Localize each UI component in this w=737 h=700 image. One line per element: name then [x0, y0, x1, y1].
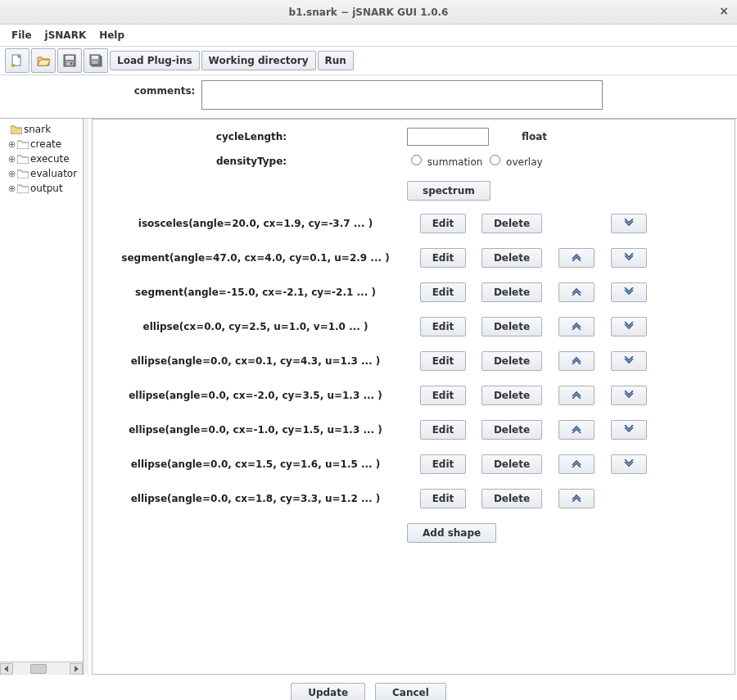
move-up-button[interactable] [558, 248, 595, 268]
move-up-button[interactable] [558, 420, 595, 440]
shape-row: ellipse(angle=0.0, cx=0.1, cy=4.3, u=1.3… [96, 351, 731, 371]
delete-button[interactable]: Delete [482, 282, 542, 302]
delete-button[interactable]: Delete [482, 248, 542, 268]
comments-row: comments: [0, 75, 737, 118]
open-file-icon[interactable] [31, 48, 56, 73]
move-down-button[interactable] [611, 351, 647, 371]
expand-icon[interactable] [8, 156, 16, 163]
shape-label: segment(angle=-15.0, cx=-2.1, cy=-2.1 ..… [104, 287, 407, 298]
delete-button[interactable]: Delete [482, 386, 542, 405]
edit-button[interactable]: Edit [420, 351, 467, 371]
shape-label: ellipse(cx=0.0, cy=2.5, u=1.0, v=1.0 ...… [104, 321, 407, 332]
edit-button[interactable]: Edit [420, 282, 467, 302]
density-type-row: densityType: summation overlay [96, 152, 731, 168]
move-up-button[interactable] [558, 454, 595, 474]
chevron-up-icon [571, 252, 582, 264]
tree-item-execute[interactable]: execute [2, 151, 81, 166]
delete-button[interactable]: Delete [482, 351, 542, 371]
move-down-button[interactable] [611, 214, 647, 233]
svg-marker-2 [11, 65, 15, 67]
density-option-summation[interactable]: summation [407, 156, 482, 168]
radio-summation[interactable] [411, 155, 422, 165]
shape-label: ellipse(angle=0.0, cx=-2.0, cy=3.5, u=1.… [104, 390, 407, 401]
move-up-button[interactable] [558, 317, 595, 336]
shape-row: ellipse(angle=0.0, cx=1.5, cy=1.6, u=1.5… [96, 454, 731, 474]
scroll-thumb[interactable] [30, 664, 47, 674]
shape-label: segment(angle=47.0, cx=4.0, cy=0.1, u=2.… [104, 252, 407, 264]
save-as-icon[interactable] [84, 48, 108, 73]
expand-icon[interactable] [8, 185, 16, 192]
new-file-icon[interactable] [5, 48, 29, 73]
horizontal-scrollbar[interactable] [0, 662, 83, 675]
load-plugins-button[interactable]: Load Plug-ins [110, 51, 200, 70]
titlebar: b1.snark − jSNARK GUI 1.0.6 × [0, 0, 737, 25]
toolbar: Load Plug-ins Working directory Run [0, 46, 737, 75]
edit-button[interactable]: Edit [420, 248, 467, 268]
cancel-button[interactable]: Cancel [375, 683, 446, 700]
move-up-button[interactable] [558, 282, 595, 302]
move-down-button[interactable] [611, 248, 647, 268]
delete-button[interactable]: Delete [482, 454, 542, 474]
run-button[interactable]: Run [318, 51, 354, 70]
delete-button[interactable]: Delete [482, 489, 542, 508]
cycle-length-row: cycleLength: float [96, 128, 731, 146]
tree-root-label: snark [24, 124, 51, 135]
menu-help[interactable]: Help [94, 28, 129, 43]
chevron-up-icon [571, 424, 582, 436]
add-shape-button[interactable]: Add shape [407, 523, 496, 543]
menu-jsnark[interactable]: jSNARK [40, 28, 92, 43]
folder-icon [11, 124, 22, 134]
move-up-button[interactable] [558, 386, 595, 405]
move-up-button[interactable] [558, 351, 595, 371]
cycle-length-input[interactable] [407, 128, 489, 146]
chevron-up-icon [571, 390, 582, 401]
edit-button[interactable]: Edit [420, 420, 467, 440]
expand-icon[interactable] [8, 170, 16, 178]
move-down-button[interactable] [611, 386, 647, 405]
chevron-up-icon [571, 287, 582, 298]
move-down-button[interactable] [611, 317, 647, 336]
shape-row: isosceles(angle=20.0, cx=1.9, cy=-3.7 ..… [96, 214, 731, 233]
tree-root[interactable]: snark [2, 122, 81, 137]
svg-marker-24 [75, 666, 79, 672]
move-up-button[interactable] [558, 489, 595, 508]
working-directory-button[interactable]: Working directory [201, 51, 316, 70]
chevron-up-icon [571, 493, 582, 504]
edit-button[interactable]: Edit [420, 489, 467, 508]
window-title: b1.snark − jSNARK GUI 1.0.6 [289, 7, 449, 18]
tree-panel: snark create execute evaluator output [0, 119, 84, 675]
save-icon[interactable] [57, 48, 82, 73]
cycle-length-label: cycleLength: [96, 131, 407, 142]
radio-overlay[interactable] [490, 155, 500, 165]
folder-icon [17, 154, 29, 164]
delete-button[interactable]: Delete [482, 420, 542, 440]
expand-icon[interactable] [8, 141, 16, 148]
edit-button[interactable]: Edit [420, 317, 467, 336]
scroll-track[interactable] [13, 663, 70, 675]
move-down-button[interactable] [611, 282, 647, 302]
comments-input[interactable] [201, 80, 603, 110]
delete-button[interactable]: Delete [482, 317, 542, 336]
delete-button[interactable]: Delete [482, 214, 542, 233]
edit-button[interactable]: Edit [420, 454, 467, 474]
chevron-down-icon [623, 355, 635, 367]
move-down-button[interactable] [611, 454, 647, 474]
scroll-left-icon[interactable] [0, 663, 13, 675]
chevron-down-icon [623, 252, 635, 264]
tree-item-output[interactable]: output [2, 181, 81, 196]
tree-item-evaluator[interactable]: evaluator [2, 166, 81, 181]
chevron-down-icon [623, 321, 635, 332]
move-down-button[interactable] [611, 420, 647, 440]
main-panel: cycleLength: float densityType: summatio… [84, 119, 737, 675]
scroll-right-icon[interactable] [70, 663, 83, 675]
tree-item-create[interactable]: create [2, 137, 81, 151]
density-option-overlay[interactable]: overlay [486, 156, 542, 168]
shape-list: isosceles(angle=20.0, cx=1.9, cy=-3.7 ..… [96, 214, 731, 508]
edit-button[interactable]: Edit [420, 214, 467, 233]
close-icon[interactable]: × [719, 4, 729, 17]
spectrum-button[interactable]: spectrum [407, 181, 491, 201]
menu-file[interactable]: File [7, 28, 37, 43]
edit-button[interactable]: Edit [420, 386, 467, 405]
update-button[interactable]: Update [291, 683, 365, 700]
tree: snark create execute evaluator output [0, 119, 83, 662]
